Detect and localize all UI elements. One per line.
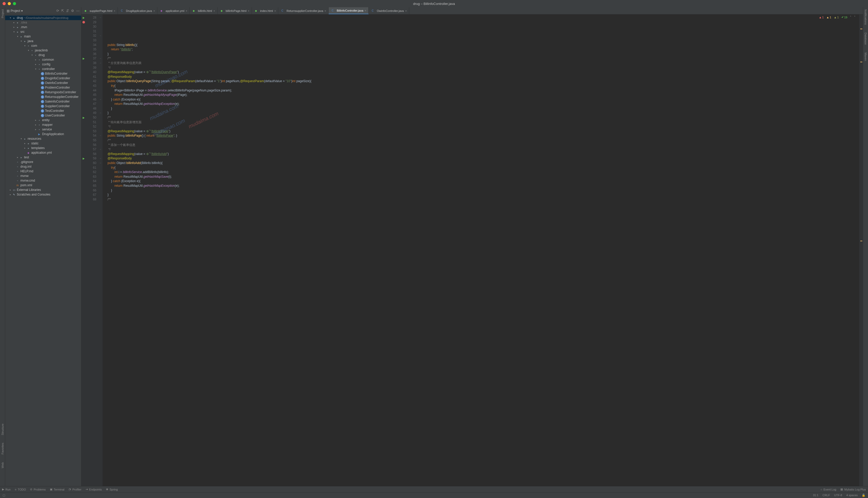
- tree-node[interactable]: COwinfoController: [5, 81, 81, 85]
- sidebar-toolbar-icon[interactable]: ⇵: [66, 9, 69, 13]
- sidebar-toolbar-icon[interactable]: ⚙: [71, 9, 74, 13]
- sidebar-title[interactable]: ▤ Project ▾: [7, 9, 55, 13]
- editor-tab[interactable]: ◆supplierPage.html×: [81, 7, 118, 14]
- tree-arrow-icon[interactable]: ▸: [23, 142, 26, 145]
- minimize-window[interactable]: [8, 2, 11, 5]
- tree-node[interactable]: ▶DrugApplication: [5, 132, 81, 136]
- tree-arrow-icon[interactable]: ▾: [34, 68, 37, 70]
- tree-node[interactable]: ▸▸test: [5, 155, 81, 160]
- tree-arrow-icon[interactable]: ▾: [19, 40, 23, 42]
- caret-position[interactable]: 31:1: [813, 494, 818, 497]
- tree-arrow-icon[interactable]: ▾: [23, 44, 26, 47]
- close-window[interactable]: [3, 2, 6, 5]
- editor-tab[interactable]: COwinfoController.java×: [369, 7, 409, 14]
- tree-node[interactable]: CReturnsupplierController: [5, 94, 81, 99]
- tab-close-icon[interactable]: ×: [405, 9, 407, 12]
- fold-gutter[interactable]: − − −− − − − − −−: [98, 14, 103, 486]
- toolwindow-run[interactable]: ▶Run: [2, 488, 11, 491]
- project-tree[interactable]: ▾▸drug ~/Downloads/mudaimaProject/drug▸▸…: [5, 14, 81, 486]
- tree-node[interactable]: ▫mvnw.cmd: [5, 178, 81, 183]
- tree-node[interactable]: ▾▸resources: [5, 136, 81, 141]
- toolwindow-spring[interactable]: ❀Spring: [106, 488, 118, 491]
- tree-arrow-icon[interactable]: ▾: [9, 16, 12, 19]
- tree-node[interactable]: ▸✎Scratches and Consoles: [5, 192, 81, 197]
- editor-tab[interactable]: ◆application.yml×: [157, 7, 189, 14]
- tree-arrow-icon[interactable]: ▸: [34, 63, 37, 66]
- indent[interactable]: 4 spaces: [846, 494, 858, 497]
- tree-node[interactable]: CTestController: [5, 108, 81, 113]
- rail-database[interactable]: Database: [864, 32, 867, 45]
- tree-arrow-icon[interactable]: ▸: [12, 26, 15, 28]
- toolwindow-event-log[interactable]: ○Event Log: [820, 488, 836, 491]
- breakpoint-icon[interactable]: [82, 21, 85, 24]
- toolwindow-todo[interactable]: ≡TODO: [15, 488, 26, 491]
- tree-node[interactable]: ▸▸static: [5, 141, 81, 146]
- tree-node[interactable]: CReturngoodsController: [5, 90, 81, 94]
- tree-node[interactable]: ▾▪javaclimb: [5, 48, 81, 53]
- tree-arrow-icon[interactable]: ▸: [34, 58, 37, 61]
- tab-close-icon[interactable]: ×: [365, 9, 366, 12]
- inspection-up-icon[interactable]: ˄: [850, 15, 852, 19]
- tree-arrow-icon[interactable]: ▸: [16, 156, 19, 159]
- tab-close-icon[interactable]: ×: [186, 9, 187, 12]
- toolwindow-profiler[interactable]: ◔Profiler: [68, 488, 81, 491]
- tree-node[interactable]: CBillinfoController: [5, 71, 81, 76]
- run-gutter-icon[interactable]: ▶: [83, 116, 85, 120]
- editor-tab[interactable]: CDrugApplication.java×: [118, 7, 157, 14]
- run-gutter-icon[interactable]: ▶: [83, 156, 85, 161]
- error-stripe[interactable]: [859, 14, 863, 486]
- window-controls[interactable]: [3, 2, 16, 5]
- tree-arrow-icon[interactable]: ▾: [16, 35, 19, 38]
- tab-close-icon[interactable]: ×: [114, 9, 115, 12]
- editor-tab[interactable]: ◆billinfoPage.html×: [218, 7, 252, 14]
- tree-arrow-icon[interactable]: ▸: [34, 123, 37, 126]
- rail-web[interactable]: Web: [1, 462, 4, 468]
- tree-node[interactable]: ▫mvnw: [5, 173, 81, 178]
- tree-arrow-icon[interactable]: ▸: [34, 128, 37, 131]
- sidebar-toolbar-icon[interactable]: —: [76, 9, 80, 13]
- tree-node[interactable]: ▾▸java: [5, 39, 81, 43]
- tab-close-icon[interactable]: ×: [325, 9, 326, 12]
- editor-tab[interactable]: CBillinfoController.java×: [329, 7, 369, 14]
- editor-tab[interactable]: ◆billinfo.html×: [189, 7, 217, 14]
- tree-node[interactable]: ▾▸main: [5, 34, 81, 39]
- tree-node[interactable]: ▾▸src: [5, 29, 81, 34]
- tree-node[interactable]: ▸▸templates: [5, 146, 81, 150]
- rail-project[interactable]: Project: [1, 9, 4, 18]
- tree-arrow-icon[interactable]: ▸: [23, 147, 26, 149]
- tree-node[interactable]: ▫drug.iml: [5, 164, 81, 169]
- tree-node[interactable]: CSaleinfoController: [5, 99, 81, 104]
- run-gutter-icon[interactable]: ▶: [83, 15, 85, 20]
- tree-node[interactable]: ▸▪config: [5, 62, 81, 67]
- tree-arrow-icon[interactable]: ▾: [30, 54, 34, 56]
- toolwindow-problems[interactable]: ⊘Problems: [30, 488, 45, 491]
- tab-close-icon[interactable]: ×: [213, 9, 215, 12]
- line-ending[interactable]: CRLF: [823, 494, 830, 497]
- tree-node[interactable]: ▸▸.mvn: [5, 25, 81, 29]
- tree-node[interactable]: CSupplierController: [5, 104, 81, 108]
- tree-arrow-icon[interactable]: ▾: [12, 30, 15, 33]
- maximize-window[interactable]: [13, 2, 16, 5]
- weak-warning-count[interactable]: ▲ 1: [834, 15, 839, 19]
- tree-node[interactable]: mpom.xml: [5, 183, 81, 187]
- sidebar-toolbar-icon[interactable]: ⇱: [61, 9, 64, 13]
- tree-node[interactable]: CDruginfoController: [5, 76, 81, 81]
- rail-favorites[interactable]: Favorites: [1, 443, 4, 454]
- tree-node[interactable]: ▫HELP.md: [5, 169, 81, 173]
- tab-close-icon[interactable]: ×: [153, 9, 155, 12]
- lock-icon[interactable]: 🔓: [862, 494, 865, 497]
- tree-arrow-icon[interactable]: ▸: [9, 193, 12, 196]
- tree-node[interactable]: ▾▪com: [5, 43, 81, 48]
- editor-tab[interactable]: CReturnsupplierController.java×: [278, 7, 328, 14]
- tree-node[interactable]: ▫.gitignore: [5, 160, 81, 164]
- tree-node[interactable]: ▾▪drug: [5, 53, 81, 57]
- toolwindow-terminal[interactable]: ▣Terminal: [50, 488, 65, 491]
- status-icon[interactable]: ▢: [3, 494, 5, 497]
- editor-tab[interactable]: ◆index.html×: [252, 7, 278, 14]
- toolwindow-endpoints[interactable]: ⇥Endpoints: [86, 488, 102, 491]
- tree-node[interactable]: ◆application.yml: [5, 150, 81, 155]
- run-gutter-icon[interactable]: ▶: [83, 56, 85, 61]
- code-editor[interactable]: mudaimao.com mudaina.com mudaimao.com mu…: [103, 14, 859, 486]
- tree-node[interactable]: ▾▸drug ~/Downloads/mudaimaProject/drug: [5, 15, 81, 20]
- tree-node[interactable]: ▸▪mapper: [5, 122, 81, 127]
